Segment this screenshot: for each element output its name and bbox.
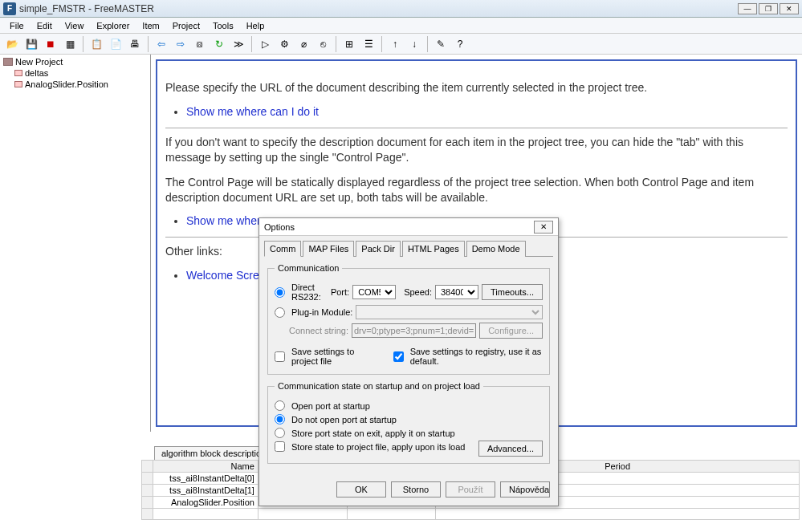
radio-direct-rs232[interactable]: [275, 287, 285, 298]
node-icon: [14, 70, 22, 76]
content-p1: Please specify the URL of the document d…: [165, 80, 788, 95]
connect-string-label: Connect string:: [289, 326, 348, 335]
dialog-titlebar[interactable]: Options ✕: [259, 218, 558, 236]
toolbar-down-icon[interactable]: ↓: [405, 35, 423, 53]
titlebar: F simple_FMSTR - FreeMASTER — ❐ ✕: [0, 0, 802, 18]
tree-item-label: AnalogSlider.Position: [25, 79, 108, 89]
toolbar-separator: [148, 36, 149, 52]
radio-store-on-exit[interactable]: [275, 428, 285, 438]
app-icon: F: [3, 2, 16, 15]
toolbar-separator: [427, 36, 428, 52]
pouzit-button: Použít: [446, 481, 495, 497]
node-icon: [14, 81, 22, 87]
grid-corner: [142, 461, 153, 473]
menu-edit[interactable]: Edit: [31, 19, 59, 32]
bottom-tab-bar: algorithm block description: [154, 446, 273, 460]
cb-save-to-project-label: Save settings to project file: [291, 347, 377, 366]
toolbar-stop-icon[interactable]: ⏹: [42, 35, 59, 53]
toolbar-open-icon[interactable]: 📂: [3, 35, 21, 53]
close-button[interactable]: ✕: [780, 3, 799, 14]
connect-string-input: [352, 323, 476, 338]
cb-save-to-registry-label: Save settings to registry, use it as def…: [410, 347, 543, 366]
menu-explorer[interactable]: Explorer: [90, 19, 136, 32]
advanced-button[interactable]: Advanced...: [478, 441, 543, 457]
plugin-module-label: Plug-in Module:: [291, 307, 352, 317]
ok-button[interactable]: OK: [336, 481, 386, 497]
dialog-close-button[interactable]: ✕: [534, 221, 553, 234]
menu-file[interactable]: File: [3, 19, 31, 32]
toolbar-btn-icon[interactable]: ⊞: [340, 35, 358, 53]
cb-store-to-project-label: Store state to project file, apply upon …: [291, 442, 465, 452]
menubar: File Edit View Explorer Item Project Too…: [0, 18, 802, 34]
radio-plugin-module[interactable]: [275, 307, 285, 318]
toolbar-up-icon[interactable]: ↑: [386, 35, 404, 53]
toolbar-btn4-icon[interactable]: ▦: [61, 35, 79, 53]
toolbar-help-icon[interactable]: ?: [451, 35, 469, 53]
toolbar-forward-icon[interactable]: ⇨: [172, 35, 189, 53]
menu-help[interactable]: Help: [240, 19, 271, 32]
project-icon: [3, 58, 13, 66]
toolbar-rec-icon[interactable]: ⚙: [275, 35, 293, 53]
maximize-button[interactable]: ❐: [759, 3, 778, 14]
grid-row-empty[interactable]: [142, 509, 800, 520]
tab-map-files[interactable]: MAP Files: [303, 241, 354, 257]
napoveda-button[interactable]: Nápověda: [500, 481, 550, 497]
dialog-title: Options: [264, 222, 534, 232]
toolbar-btn-icon[interactable]: ☰: [360, 35, 377, 53]
divider: [165, 128, 788, 128]
menu-tools[interactable]: Tools: [206, 19, 240, 32]
toolbar-back-icon[interactable]: ⇦: [153, 35, 170, 53]
tab-html-pages[interactable]: HTML Pages: [402, 241, 465, 257]
tab-demo-mode[interactable]: Demo Mode: [466, 241, 526, 257]
cb-save-to-registry[interactable]: [393, 351, 404, 362]
menu-view[interactable]: View: [59, 19, 91, 32]
toolbar-paste-icon[interactable]: 📄: [107, 35, 124, 53]
toolbar-btn-icon[interactable]: ≫: [230, 35, 247, 53]
cb-save-to-project[interactable]: [275, 351, 285, 362]
toolbar-separator: [251, 36, 252, 52]
radio-open-startup-label: Open port at startup: [291, 401, 370, 411]
toolbar-stop2-icon[interactable]: ⦻: [191, 35, 209, 53]
toolbar-separator: [381, 36, 382, 52]
toolbar-btn-icon[interactable]: ⌀: [295, 35, 312, 53]
speed-label: Speed:: [404, 287, 432, 297]
port-label: Port:: [331, 287, 349, 297]
cb-store-to-project[interactable]: [275, 441, 285, 452]
radio-not-open-startup[interactable]: [275, 414, 285, 424]
project-tree[interactable]: New Project deltas AnalogSlider.Position: [0, 55, 151, 432]
window-title: simple_FMSTR - FreeMASTER: [19, 3, 738, 14]
radio-open-startup[interactable]: [275, 400, 285, 411]
tree-item[interactable]: AnalogSlider.Position: [2, 79, 149, 90]
grid-cell-name: tss_ai8InstantDelta[0]: [153, 473, 259, 485]
timeouts-button[interactable]: Timeouts...: [482, 284, 543, 300]
storno-button[interactable]: Storno: [391, 481, 441, 497]
tree-root[interactable]: New Project: [2, 56, 149, 67]
toolbar-copy-icon[interactable]: 📋: [88, 35, 105, 53]
toolbar-refresh-icon[interactable]: ↻: [210, 35, 228, 53]
toolbar-scope-icon[interactable]: ▷: [256, 35, 274, 53]
minimize-button[interactable]: —: [738, 3, 757, 14]
tree-item[interactable]: deltas: [2, 67, 149, 79]
tab-pack-dir[interactable]: Pack Dir: [356, 241, 401, 257]
grid-cell-name: AnalogSlider.Position: [153, 497, 259, 509]
menu-project[interactable]: Project: [166, 19, 206, 32]
toolbar-btn-icon[interactable]: ✎: [432, 35, 450, 53]
speed-select[interactable]: 38400: [435, 285, 478, 299]
link-show-where-1[interactable]: Show me where can I do it: [186, 105, 319, 118]
communication-group: Communication Direct RS232: Port: COM5 S…: [267, 263, 550, 375]
grid-header-name[interactable]: Name: [153, 461, 259, 473]
port-select[interactable]: COM5: [352, 285, 396, 299]
tree-item-label: deltas: [25, 68, 48, 78]
toolbar: 📂 💾 ⏹ ▦ 📋 📄 🖶 ⇦ ⇨ ⦻ ↻ ≫ ▷ ⚙ ⌀ ⎋ ⊞ ☰ ↑ ↓ …: [0, 34, 802, 55]
tree-root-label: New Project: [15, 57, 63, 67]
menu-item[interactable]: Item: [136, 19, 165, 32]
communication-legend: Communication: [275, 263, 342, 273]
radio-store-on-exit-label: Store port state on exit, apply it on st…: [291, 428, 455, 438]
content-p3: The Control Page will be statically disp…: [165, 175, 788, 205]
toolbar-print-icon[interactable]: 🖶: [126, 35, 144, 53]
toolbar-save-icon[interactable]: 💾: [22, 35, 40, 53]
toolbar-btn-icon[interactable]: ⎋: [314, 35, 332, 53]
tab-algorithm-desc[interactable]: algorithm block description: [154, 446, 273, 460]
link-show-where-2[interactable]: Show me where: [186, 214, 267, 227]
tab-comm[interactable]: Comm: [264, 241, 301, 257]
